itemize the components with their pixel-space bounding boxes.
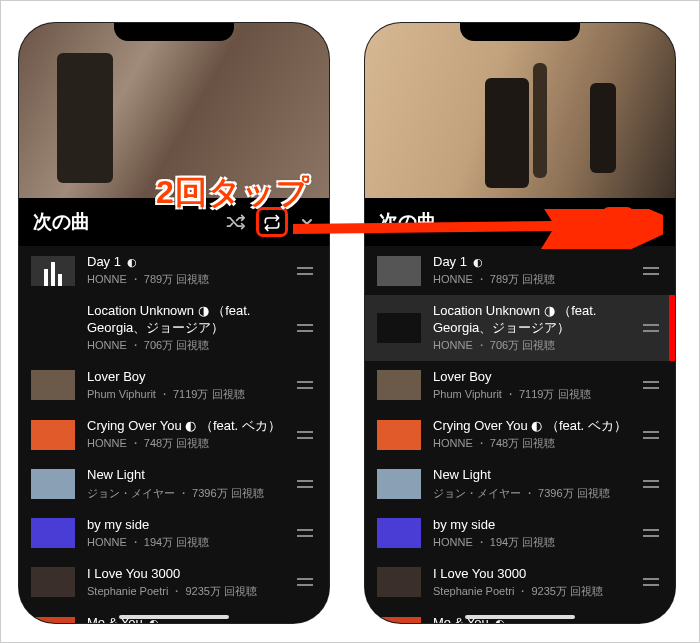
- track-thumbnail: [31, 518, 75, 548]
- track-thumbnail: [377, 256, 421, 286]
- queue-item[interactable]: New Lightジョン・メイヤー ・ 7396万 回視聴: [365, 459, 675, 508]
- drag-handle-icon[interactable]: [641, 324, 661, 332]
- track-title: Lover Boy: [433, 369, 492, 385]
- track-thumbnail: [377, 469, 421, 499]
- track-thumbnail: [377, 313, 421, 343]
- track-title: by my side: [87, 517, 149, 533]
- track-subtitle: Stephanie Poetri ・ 9235万 回視聴: [87, 584, 283, 599]
- track-subtitle: HONNE ・ 748万 回視聴: [87, 436, 283, 451]
- track-thumbnail: [31, 617, 75, 623]
- now-playing-equalizer-icon: [31, 256, 75, 286]
- track-subtitle: Phum Viphurit ・ 7119万 回視聴: [433, 387, 629, 402]
- track-subtitle: HONNE ・ 789万 回視聴: [433, 272, 629, 287]
- track-thumbnail: [31, 313, 75, 343]
- queue-item[interactable]: I Love You 3000Stephanie Poetri ・ 9235万 …: [19, 558, 329, 607]
- track-subtitle: HONNE ・ 706万 回視聴: [87, 338, 283, 353]
- track-title: Day 1: [433, 254, 467, 270]
- repeat-one-icon[interactable]: 1: [605, 210, 631, 234]
- drag-handle-icon[interactable]: [295, 381, 315, 389]
- track-subtitle: HONNE ・ 789万 回視聴: [87, 272, 283, 287]
- track-thumbnail: [31, 370, 75, 400]
- drag-handle-icon[interactable]: [641, 578, 661, 586]
- track-thumbnail: [31, 469, 75, 499]
- shuffle-icon[interactable]: [225, 212, 245, 232]
- shuffle-icon[interactable]: [571, 212, 591, 232]
- drag-handle-icon[interactable]: [295, 431, 315, 439]
- track-thumbnail: [377, 370, 421, 400]
- queue-item[interactable]: Lover BoyPhum Viphurit ・ 7119万 回視聴: [19, 361, 329, 410]
- track-subtitle: HONNE ・ 194万 回視聴: [87, 535, 283, 550]
- drag-handle-icon[interactable]: [641, 431, 661, 439]
- track-thumbnail: [31, 420, 75, 450]
- queue-item[interactable]: Lover BoyPhum Viphurit ・ 7119万 回視聴: [365, 361, 675, 410]
- queue-item[interactable]: by my sideHONNE ・ 194万 回視聴: [19, 509, 329, 558]
- track-thumbnail: [31, 256, 75, 286]
- track-subtitle: ジョン・メイヤー ・ 7396万 回視聴: [87, 486, 283, 501]
- drag-handle-icon[interactable]: [295, 267, 315, 275]
- track-title: Crying Over You ◐ （feat. ベカ）: [433, 418, 627, 434]
- home-indicator: [465, 615, 575, 619]
- home-indicator: [119, 615, 229, 619]
- track-thumbnail: [377, 518, 421, 548]
- queue-item[interactable]: Location Unknown ◑ （feat. Georgia、ジョージア）…: [365, 295, 675, 361]
- queue-item[interactable]: Crying Over You ◐ （feat. ベカ）HONNE ・ 748万…: [365, 410, 675, 459]
- queue-list[interactable]: Day 1◐HONNE ・ 789万 回視聴Location Unknown ◑…: [365, 246, 675, 623]
- queue-item[interactable]: Location Unknown ◑ （feat. Georgia、ジョージア）…: [19, 295, 329, 361]
- track-thumbnail: [377, 617, 421, 623]
- track-title: New Light: [87, 467, 145, 483]
- track-subtitle: ジョン・メイヤー ・ 7396万 回視聴: [433, 486, 629, 501]
- svg-text:1: 1: [616, 218, 620, 227]
- now-playing-video[interactable]: [365, 23, 675, 198]
- track-title: Day 1: [87, 254, 121, 270]
- drag-handle-icon[interactable]: [641, 267, 661, 275]
- track-title: by my side: [433, 517, 495, 533]
- drag-handle-icon[interactable]: [641, 480, 661, 488]
- chevron-down-icon[interactable]: [645, 214, 661, 230]
- queue-item[interactable]: I Love You 3000Stephanie Poetri ・ 9235万 …: [365, 558, 675, 607]
- queue-item[interactable]: Day 1◐HONNE ・ 789万 回視聴: [365, 246, 675, 295]
- phone-notch: [460, 23, 580, 41]
- queue-item[interactable]: Crying Over You ◐ （feat. ベカ）HONNE ・ 748万…: [19, 410, 329, 459]
- annotation-label: 2回タップ: [156, 171, 310, 215]
- phone-left: 次の曲 Day 1◐HONNE ・ 789万 回視聴Location Unkno…: [19, 23, 329, 623]
- drag-handle-icon[interactable]: [295, 529, 315, 537]
- drag-handle-icon[interactable]: [295, 324, 315, 332]
- chevron-down-icon[interactable]: [299, 214, 315, 230]
- track-thumbnail: [31, 567, 75, 597]
- track-title: Location Unknown ◑ （feat. Georgia、ジョージア）: [87, 303, 283, 336]
- drag-handle-icon[interactable]: [295, 480, 315, 488]
- comparison-container: 次の曲 Day 1◐HONNE ・ 789万 回視聴Location Unkno…: [1, 1, 699, 633]
- track-subtitle: Phum Viphurit ・ 7119万 回視聴: [87, 387, 283, 402]
- drag-handle-icon[interactable]: [641, 381, 661, 389]
- track-title: Location Unknown ◑ （feat. Georgia、ジョージア）: [433, 303, 629, 336]
- queue-item[interactable]: New Lightジョン・メイヤー ・ 7396万 回視聴: [19, 459, 329, 508]
- queue-list[interactable]: Day 1◐HONNE ・ 789万 回視聴Location Unknown ◑…: [19, 246, 329, 623]
- track-subtitle: HONNE ・ 706万 回視聴: [433, 338, 629, 353]
- queue-item[interactable]: by my sideHONNE ・ 194万 回視聴: [365, 509, 675, 558]
- track-title: I Love You 3000: [433, 566, 526, 582]
- track-title: Crying Over You ◐ （feat. ベカ）: [87, 418, 281, 434]
- drag-handle-icon[interactable]: [641, 529, 661, 537]
- track-title: New Light: [433, 467, 491, 483]
- queue-header: 次の曲 1: [365, 198, 675, 246]
- track-subtitle: Stephanie Poetri ・ 9235万 回視聴: [433, 584, 629, 599]
- half-moon-icon: ◐: [127, 256, 137, 269]
- queue-item[interactable]: Day 1◐HONNE ・ 789万 回視聴: [19, 246, 329, 295]
- phone-notch: [114, 23, 234, 41]
- track-thumbnail: [377, 567, 421, 597]
- track-subtitle: HONNE ・ 194万 回視聴: [433, 535, 629, 550]
- phone-right: 次の曲 1 Day 1◐HONNE ・ 789万 回視聴Location Unk…: [365, 23, 675, 623]
- track-title: I Love You 3000: [87, 566, 180, 582]
- track-title: Lover Boy: [87, 369, 146, 385]
- track-subtitle: HONNE ・ 748万 回視聴: [433, 436, 629, 451]
- half-moon-icon: ◐: [473, 256, 483, 269]
- drag-handle-icon[interactable]: [295, 578, 315, 586]
- queue-title: 次の曲: [379, 209, 571, 235]
- track-thumbnail: [377, 420, 421, 450]
